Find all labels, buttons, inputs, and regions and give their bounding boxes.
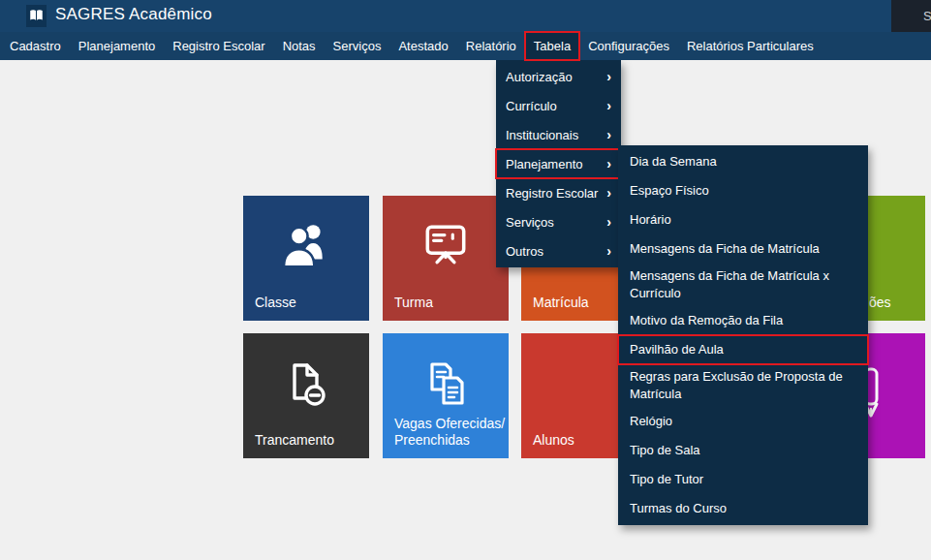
presentation-board-icon	[419, 221, 472, 273]
submenu-item-turmas-do-curso[interactable]: Turmas do Curso	[618, 494, 868, 523]
main-menubar: Cadastro Planejamento Registro Escolar N…	[0, 32, 931, 60]
menu-item-notas[interactable]: Notas	[274, 32, 325, 60]
dropdown-item-registro-escolar[interactable]: Registro Escolar ›	[496, 178, 621, 207]
dropdown-item-label: Registro Escolar	[506, 186, 598, 201]
chevron-right-icon: ›	[606, 99, 611, 112]
chevron-right-icon: ›	[606, 128, 611, 141]
chevron-right-icon: ›	[606, 244, 611, 258]
submenu-item-mensagens-ficha-matricula[interactable]: Mensagens da Ficha de Matrícula	[618, 234, 868, 264]
menu-item-atestado[interactable]: Atestado	[389, 32, 456, 60]
tile-label: Matrícula	[533, 295, 589, 311]
menu-item-tabela[interactable]: Tabela	[525, 32, 579, 60]
dropdown-item-servicos[interactable]: Serviços ›	[496, 207, 621, 236]
menu-item-cadastro[interactable]: Cadastro	[1, 32, 70, 60]
tile-vagas-oferecidas-preenchidas[interactable]: Vagas Oferecidas/ Preenchidas	[383, 333, 509, 458]
open-book-icon	[29, 8, 44, 25]
submenu-item-espaco-fisico[interactable]: Espaço Físico	[618, 176, 868, 205]
menu-item-relatorios-particulares[interactable]: Relatórios Particulares	[678, 32, 822, 60]
page-title: SAGRES Acadêmico	[55, 5, 212, 24]
tile-turma[interactable]: Turma	[383, 196, 509, 321]
dropdown-item-planejamento[interactable]: Planejamento ›	[496, 149, 621, 178]
dropdown-item-label: Currículo	[506, 99, 557, 113]
dropdown-item-label: Outros	[506, 244, 543, 259]
tile-label: Classe	[255, 295, 296, 311]
account-label: S	[923, 9, 931, 23]
submenu-item-tipo-de-sala[interactable]: Tipo de Sala	[618, 436, 868, 465]
dropdown-item-label: Planejamento	[506, 157, 583, 171]
app-header: SAGRES Acadêmico S	[0, 0, 931, 32]
chevron-right-icon: ›	[606, 70, 611, 83]
tile-label: ões	[869, 295, 891, 311]
account-button[interactable]: S	[891, 0, 931, 32]
chevron-right-icon: ›	[606, 215, 611, 229]
tile-label: Turma	[394, 295, 433, 311]
chevron-right-icon: ›	[606, 186, 611, 200]
tile-classe[interactable]: Classe	[243, 196, 369, 321]
tile-label: Trancamento	[255, 432, 334, 449]
submenu-item-dia-da-semana[interactable]: Dia da Semana	[618, 147, 868, 176]
submenu-item-motivo-remocao-fila[interactable]: Motivo da Remoção da Fila	[618, 306, 868, 335]
submenu-item-horario[interactable]: Horário	[618, 205, 868, 234]
document-minus-icon	[281, 358, 331, 413]
stacked-documents-icon	[420, 358, 471, 413]
menu-item-relatorio[interactable]: Relatório	[457, 32, 525, 60]
submenu-item-mensagens-ficha-matricula-curriculo[interactable]: Mensagens da Ficha de Matrícula x Curríc…	[618, 264, 868, 306]
dropdown-item-institucionais[interactable]: Institucionais ›	[496, 120, 621, 149]
menu-item-servicos[interactable]: Serviços	[325, 32, 390, 60]
dropdown-item-label: Autorização	[506, 70, 573, 84]
dropdown-item-label: Institucionais	[506, 128, 578, 142]
planejamento-submenu: Dia da Semana Espaço Físico Horário Mens…	[618, 145, 868, 525]
tile-trancamento[interactable]: Trancamento	[243, 333, 369, 458]
submenu-item-pavilhao-de-aula[interactable]: Pavilhão de Aula	[618, 335, 868, 364]
menu-item-configuracoes[interactable]: Configurações	[579, 32, 678, 60]
chevron-right-icon: ›	[606, 157, 611, 171]
submenu-item-tipo-de-tutor[interactable]: Tipo de Tutor	[618, 465, 868, 494]
dropdown-item-outros[interactable]: Outros ›	[496, 236, 621, 265]
tile-label: Vagas Oferecidas/ Preenchidas	[394, 416, 505, 449]
dropdown-item-curriculo[interactable]: Currículo ›	[496, 91, 621, 120]
dropdown-item-autorizacao[interactable]: Autorização ›	[496, 62, 621, 91]
app-logo	[26, 5, 47, 27]
menu-item-registro-escolar[interactable]: Registro Escolar	[164, 32, 273, 60]
tabela-dropdown-menu: Autorização › Currículo › Institucionais…	[496, 60, 621, 267]
tile-label: Alunos	[533, 432, 574, 449]
submenu-item-regras-exclusao-proposta[interactable]: Regras para Exclusão de Proposta de Matr…	[618, 364, 868, 407]
menu-item-planejamento[interactable]: Planejamento	[70, 32, 165, 60]
dropdown-item-label: Serviços	[506, 215, 554, 230]
submenu-item-relogio[interactable]: Relógio	[618, 407, 868, 436]
people-icon	[279, 221, 333, 273]
